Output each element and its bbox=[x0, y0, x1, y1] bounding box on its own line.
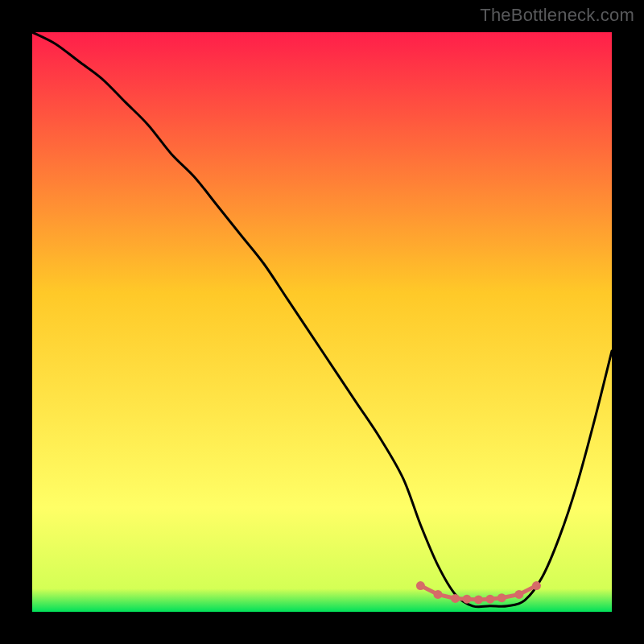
bottleneck-chart bbox=[32, 32, 612, 612]
watermark-text: TheBottleneck.com bbox=[480, 5, 634, 26]
chart-frame: TheBottleneck.com bbox=[0, 0, 644, 644]
gradient-background bbox=[32, 32, 612, 612]
plot-area bbox=[32, 32, 612, 612]
